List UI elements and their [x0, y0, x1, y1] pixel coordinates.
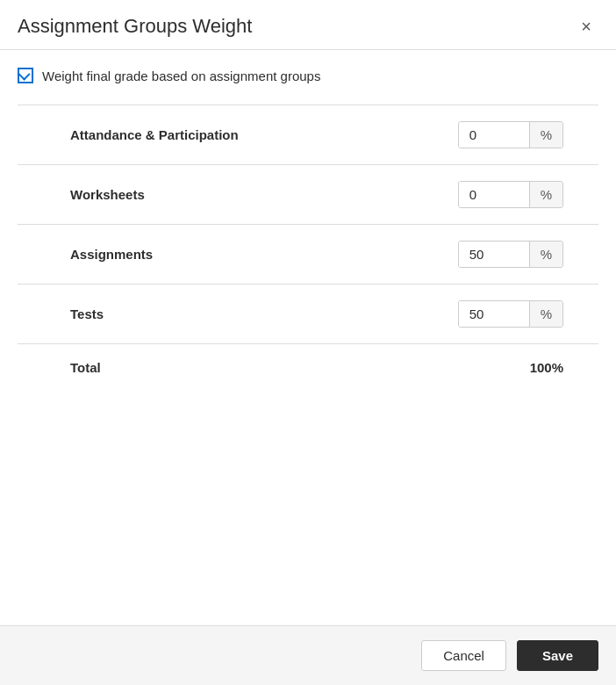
attendance-input[interactable]	[459, 122, 529, 148]
table-row: Worksheets %	[18, 165, 598, 225]
cancel-button[interactable]: Cancel	[421, 640, 506, 671]
table-row: Attandance & Participation %	[18, 105, 598, 165]
modal-content: Weight final grade based on assignment g…	[0, 50, 616, 625]
row-label-tests: Tests	[18, 306, 104, 321]
total-label: Total	[18, 360, 101, 375]
worksheets-input[interactable]	[459, 182, 529, 207]
weight-checkbox[interactable]	[18, 68, 33, 83]
table-row: Tests %	[18, 285, 598, 344]
weight-checkbox-label: Weight final grade based on assignment g…	[42, 68, 320, 83]
modal-header: Assignment Groups Weight ×	[0, 0, 616, 50]
worksheets-percent: %	[529, 182, 562, 207]
assignments-percent: %	[529, 242, 562, 267]
modal-footer: Cancel Save	[0, 625, 616, 685]
weight-checkbox-row[interactable]: Weight final grade based on assignment g…	[18, 68, 598, 83]
row-label-attendance: Attandance & Participation	[18, 127, 239, 142]
row-label-assignments: Assignments	[18, 247, 153, 262]
worksheets-input-group: %	[458, 181, 563, 208]
assignment-groups-weight-modal: Assignment Groups Weight × Weight final …	[0, 0, 616, 685]
total-value: 100%	[530, 360, 563, 375]
tests-input[interactable]	[459, 301, 529, 327]
modal-body: Weight final grade based on assignment g…	[0, 50, 616, 625]
save-button[interactable]: Save	[517, 640, 598, 671]
attendance-input-group: %	[458, 121, 563, 148]
weight-table: Attandance & Participation % Worksheets …	[18, 105, 598, 391]
assignments-input[interactable]	[459, 242, 529, 267]
modal-title: Assignment Groups Weight	[18, 15, 252, 38]
table-row: Assignments %	[18, 225, 598, 285]
row-label-worksheets: Worksheets	[18, 187, 145, 202]
close-button[interactable]: ×	[574, 14, 598, 39]
assignments-input-group: %	[458, 241, 563, 268]
tests-input-group: %	[458, 300, 563, 328]
tests-percent: %	[529, 301, 562, 327]
total-row: Total 100%	[18, 344, 598, 391]
attendance-percent: %	[529, 122, 562, 148]
checkmark-icon	[18, 68, 31, 81]
